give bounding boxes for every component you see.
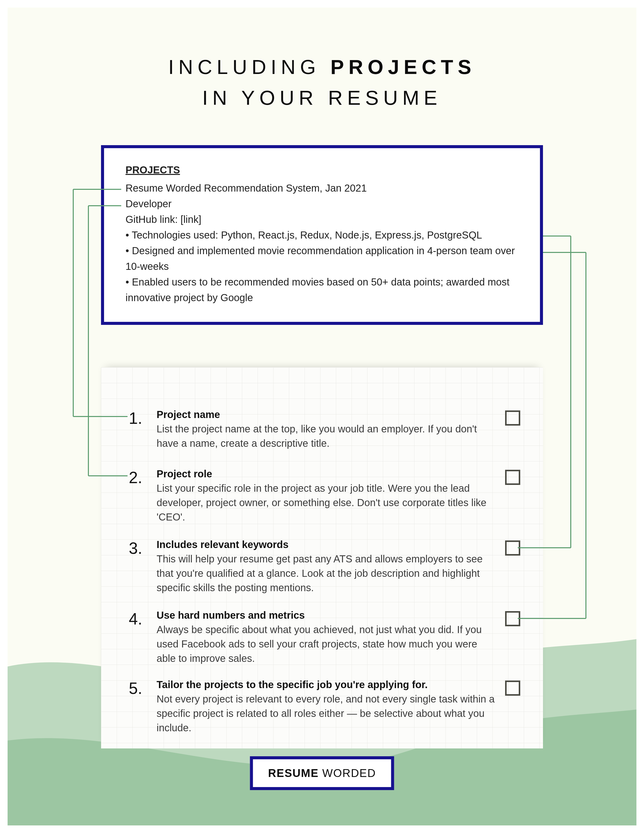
sample-bullet: Designed and implemented movie recommend… xyxy=(126,243,522,274)
checkbox-icon[interactable] xyxy=(505,470,520,485)
checklist-row: 5. Tailor the projects to the specific j… xyxy=(129,679,520,735)
checklist-desc: This will help your resume get past any … xyxy=(156,552,495,595)
title-part2: PROJECTS xyxy=(331,56,476,78)
checkbox-icon[interactable] xyxy=(505,540,520,556)
checklist-text: Project role List your specific role in … xyxy=(156,468,505,524)
checklist-number: 1. xyxy=(129,409,156,428)
checklist-title: Project name xyxy=(156,409,495,420)
title-line2: IN YOUR RESUME xyxy=(8,86,636,109)
checkbox-icon[interactable] xyxy=(505,680,520,696)
checklist-row: 4. Use hard numbers and metrics Always b… xyxy=(129,609,520,666)
checklist-desc: Not every project is relevant to every r… xyxy=(156,692,495,735)
sample-project-title: Resume Worded Recommendation System, Jan… xyxy=(126,180,522,196)
sample-resume-box: PROJECTS Resume Worded Recommendation Sy… xyxy=(101,145,543,325)
sample-project-link: GitHub link: [link] xyxy=(126,212,522,227)
logo-normal: WORDED xyxy=(319,767,376,779)
checklist-row: 1. Project name List the project name at… xyxy=(129,409,520,450)
checklist-number: 5. xyxy=(129,679,156,698)
checklist-number: 3. xyxy=(129,539,156,558)
page: INCLUDING PROJECTS IN YOUR RESUME PROJEC… xyxy=(8,8,636,825)
checklist-row: 2. Project role List your specific role … xyxy=(129,468,520,524)
title-part1: INCLUDING xyxy=(168,56,320,78)
checklist-card: 1. Project name List the project name at… xyxy=(101,367,543,748)
logo-bold: RESUME xyxy=(268,767,319,779)
checklist-text: Project name List the project name at th… xyxy=(156,409,505,450)
checklist-title: Project role xyxy=(156,468,495,479)
checklist-desc: List your specific role in the project a… xyxy=(156,481,495,524)
sample-project-role: Developer xyxy=(126,196,522,212)
checklist-row: 3. Includes relevant keywords This will … xyxy=(129,539,520,595)
checklist-title: Tailor the projects to the specific job … xyxy=(156,679,495,690)
checklist-text: Use hard numbers and metrics Always be s… xyxy=(156,609,505,666)
checkbox-icon[interactable] xyxy=(505,611,520,626)
sample-section-title: PROJECTS xyxy=(126,162,522,178)
logo-badge: RESUME WORDED xyxy=(250,756,394,790)
checklist-text: Includes relevant keywords This will hel… xyxy=(156,539,505,595)
sample-bullet: Enabled users to be recommended movies b… xyxy=(126,274,522,306)
checklist-text: Tailor the projects to the specific job … xyxy=(156,679,505,735)
checklist-number: 4. xyxy=(129,609,156,628)
page-title: INCLUDING PROJECTS IN YOUR RESUME xyxy=(8,56,636,109)
checklist-title: Includes relevant keywords xyxy=(156,539,495,550)
checklist-number: 2. xyxy=(129,468,156,487)
checklist-title: Use hard numbers and metrics xyxy=(156,609,495,621)
checkbox-icon[interactable] xyxy=(505,410,520,426)
checklist-desc: Always be specific about what you achiev… xyxy=(156,622,495,666)
sample-bullets: Technologies used: Python, React.js, Red… xyxy=(126,227,522,306)
checklist-desc: List the project name at the top, like y… xyxy=(156,422,495,450)
sample-bullet: Technologies used: Python, React.js, Red… xyxy=(126,227,522,243)
